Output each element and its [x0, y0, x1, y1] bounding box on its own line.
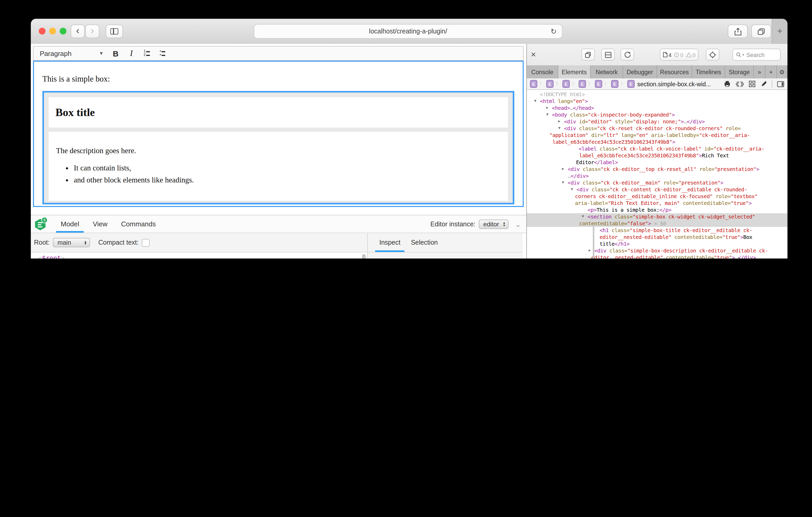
element-badge-icon[interactable]: E — [530, 80, 537, 88]
model-tree[interactable]: <$root><paragraph>"This is a simple box:… — [31, 253, 360, 258]
editor-instance-select[interactable]: editor ▲▼ — [479, 219, 509, 229]
devtools-tab-debugger[interactable]: Debugger — [623, 65, 657, 79]
devtools-tab-timelines[interactable]: Timelines — [692, 65, 725, 79]
devtools-tab-[interactable]: + — [765, 65, 777, 79]
editor-paragraph[interactable]: This is a simple box: — [42, 73, 514, 84]
description-list-item[interactable]: It can contain lists, — [74, 163, 501, 173]
model-tree-scrollbar[interactable] — [362, 254, 366, 258]
dom-tree-line[interactable]: ▼<body class="ck-inspector-body-expanded… — [527, 111, 787, 118]
compact-text-checkbox[interactable] — [142, 239, 150, 246]
dock-side-button[interactable] — [601, 49, 615, 61]
dom-tree-line[interactable]: <h1 class="simple-box-title ck-editor__e… — [527, 227, 787, 234]
dom-tree-line[interactable]: ▶<div class="simple-box-description ck-e… — [527, 247, 787, 254]
show-source-icon[interactable] — [735, 81, 744, 87]
dom-tree-line[interactable]: editor__nested-editable" contenteditable… — [527, 254, 787, 258]
numbered-list-button[interactable]: 1▬2▬ — [139, 49, 155, 58]
element-badge-icon[interactable]: E — [627, 80, 635, 88]
collapse-arrow-icon[interactable]: ▼ — [546, 111, 548, 118]
styles-brush-icon[interactable] — [760, 81, 767, 87]
bulleted-list-button[interactable]: •▬•▬ — [155, 49, 171, 58]
expand-arrow-icon[interactable]: ▶ — [558, 118, 560, 125]
devtools-tab-resources[interactable]: Resources — [657, 65, 692, 79]
element-badge-icon[interactable]: E — [546, 80, 554, 88]
detach-devtools-button[interactable] — [581, 49, 595, 61]
devtools-tab-console[interactable]: Console — [527, 65, 558, 79]
devtools-tab-storage[interactable]: Storage — [725, 65, 754, 79]
dom-tree-line[interactable]: contenteditable="false"> = $0 — [527, 220, 787, 227]
inspector-tab-view[interactable]: View — [86, 215, 114, 233]
collapse-arrow-icon[interactable]: ▼ — [534, 98, 536, 104]
dom-tree-line[interactable]: "application" dir="ltr" lang="en" aria-l… — [527, 132, 787, 139]
element-badge-icon[interactable]: E — [595, 80, 602, 88]
expand-arrow-icon[interactable]: ▶ — [588, 247, 591, 254]
issues-summary[interactable]: 4 0 0 — [660, 49, 698, 61]
forward-button[interactable]: › — [85, 25, 99, 38]
details-sidebar-icon[interactable] — [777, 81, 784, 87]
simple-box-title[interactable]: Box title — [49, 97, 508, 127]
dom-tree-line[interactable]: label_e63cbbfece34c53ce23501062343f49b8"… — [527, 139, 787, 145]
dom-tree-line[interactable]: ▶<head>…</head> — [527, 104, 787, 111]
close-window-button[interactable] — [39, 28, 46, 34]
share-button[interactable] — [728, 25, 748, 38]
layout-grid-icon[interactable] — [749, 81, 755, 87]
breadcrumb-current[interactable]: section.simple-box.ck-wid... — [637, 81, 711, 87]
collapse-arrow-icon[interactable]: ▼ — [571, 186, 573, 193]
devtools-tab-elements[interactable]: Elements — [558, 65, 591, 79]
dom-tree-line[interactable]: ▼<div class="ck ck-reset ck-editor ck-ro… — [527, 125, 787, 132]
description-list-item[interactable]: and other block elements like headings. — [74, 175, 501, 185]
inspect-tab-inspect[interactable]: Inspect — [374, 233, 406, 252]
model-node[interactable]: <$root> — [31, 253, 360, 258]
print-icon[interactable] — [724, 81, 731, 87]
dom-tree-line[interactable]: ▶<div class="ck ck-editor__top ck-reset_… — [527, 166, 787, 173]
devtools-tab-[interactable]: ⚙ — [777, 65, 787, 79]
expand-arrow-icon[interactable]: ▶ — [546, 104, 548, 111]
minimize-window-button[interactable] — [49, 28, 56, 34]
simple-box-widget[interactable]: Box title The description goes here. It … — [42, 91, 514, 204]
element-badge-icon[interactable]: E — [562, 80, 570, 88]
address-bar[interactable]: localhost/creating-a-plugin/ ↻ — [254, 24, 562, 39]
element-picker-button[interactable] — [706, 49, 719, 61]
new-tab-button[interactable]: + — [772, 19, 787, 44]
description-paragraph[interactable]: The description goes here. — [56, 146, 501, 155]
simple-box-description[interactable]: The description goes here. It can contai… — [49, 132, 508, 201]
dom-tree-line[interactable]: aria-label="Rich Text Editor, main" cont… — [527, 200, 787, 207]
collapse-arrow-icon[interactable]: ▼ — [562, 179, 564, 186]
reload-page-button[interactable] — [620, 49, 634, 61]
element-badge-icon[interactable]: E — [579, 80, 586, 88]
dom-tree[interactable]: <!DOCTYPE html>▼<html lang="en">▶<head>…… — [527, 90, 787, 258]
dom-tree-line[interactable]: title</h1> — [527, 240, 787, 247]
collapse-arrow-icon[interactable]: ▼ — [558, 125, 560, 132]
bold-button[interactable]: B — [108, 49, 123, 58]
expand-arrow-icon[interactable]: ▶ — [562, 166, 564, 173]
heading-dropdown[interactable]: Paragraph ▼ — [33, 50, 108, 57]
dom-tree-line[interactable]: editor__nested-editable" contenteditable… — [527, 234, 787, 240]
tab-overview-button[interactable] — [751, 25, 771, 38]
back-button[interactable]: ‹ — [70, 25, 85, 38]
dom-tree-line[interactable]: ▼<div class="ck ck-content ck-editor__ed… — [527, 186, 787, 193]
root-select[interactable]: main ▲▼ — [53, 238, 90, 247]
sidebar-toggle-button[interactable] — [106, 25, 123, 38]
dom-tree-line[interactable]: corners ck-editor__editable_inline ck-fo… — [527, 193, 787, 200]
dom-tree-line[interactable]: <!DOCTYPE html> — [527, 91, 787, 98]
editor-content[interactable]: This is a simple box: Box title The desc… — [33, 61, 524, 207]
inspect-tab-selection[interactable]: Selection — [406, 233, 443, 252]
dom-tree-line[interactable]: <p>This is a simple box:</p> — [527, 207, 787, 213]
dom-tree-line[interactable]: ▼<div class="ck ck-editor__main" role="p… — [527, 179, 787, 186]
close-devtools-button[interactable]: ✕ — [530, 51, 536, 59]
collapse-arrow-icon[interactable]: ▼ — [582, 213, 584, 220]
devtools-tab-[interactable]: » — [754, 65, 765, 79]
reload-icon[interactable]: ↻ — [551, 27, 557, 35]
dom-tree-line[interactable]: …</div> — [527, 173, 787, 179]
dom-tree-line[interactable]: ▶<div id="editor" style="display: none;"… — [527, 118, 787, 125]
collapse-inspector-icon[interactable]: ⌄ — [515, 220, 521, 228]
dom-tree-line[interactable]: <label class="ck ck-label ck-voice-label… — [527, 145, 787, 152]
inspector-tab-commands[interactable]: Commands — [114, 215, 163, 233]
zoom-window-button[interactable] — [60, 28, 66, 34]
devtools-tab-network[interactable]: Network — [591, 65, 623, 79]
inspector-tab-model[interactable]: Model — [54, 215, 86, 233]
dom-tree-line[interactable]: ▼<html lang="en"> — [527, 98, 787, 104]
element-badge-icon[interactable]: E — [611, 80, 618, 88]
italic-button[interactable]: I — [123, 49, 139, 58]
devtools-search-field[interactable]: ▾ Search — [732, 49, 781, 61]
description-list[interactable]: It can contain lists,and other block ele… — [56, 163, 501, 185]
